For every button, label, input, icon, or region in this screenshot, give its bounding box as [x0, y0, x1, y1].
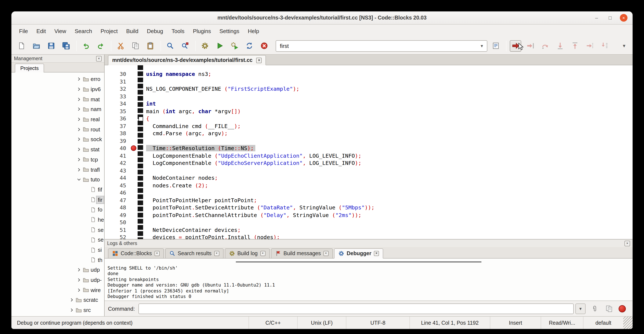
log-tab-search-results[interactable]: Search results × — [165, 248, 223, 258]
line-number[interactable]: 42 — [104, 160, 129, 166]
close-icon[interactable]: × — [154, 251, 160, 256]
code-line[interactable]: 36 { — [104, 115, 632, 122]
menu-build[interactable]: Build — [122, 26, 143, 36]
replace-button[interactable] — [179, 40, 190, 52]
tree-item[interactable]: stat — [12, 145, 104, 155]
code-line[interactable]: 30 using namespace ns3; — [104, 70, 632, 78]
code-line[interactable]: 43 — [104, 167, 632, 174]
tree-item[interactable]: sock — [12, 134, 104, 144]
line-number[interactable]: 36 — [104, 116, 129, 122]
show-log-button[interactable] — [490, 40, 501, 52]
tree-chevron-icon[interactable] — [82, 216, 89, 223]
next-line-button[interactable] — [540, 40, 551, 52]
tree-chevron-icon[interactable] — [75, 276, 82, 283]
open-file-button[interactable] — [30, 40, 42, 52]
tree-item[interactable]: th — [12, 255, 104, 265]
close-icon[interactable]: × — [260, 251, 265, 256]
new-file-button[interactable] — [16, 40, 27, 52]
next-instruction-button[interactable] — [584, 40, 595, 52]
code-line[interactable]: 51 NetDeviceContainer devices; — [104, 226, 632, 233]
code-line[interactable]: 49 pointToPoint.SetChannelAttribute ("De… — [104, 211, 632, 219]
save-button[interactable] — [45, 40, 57, 52]
menu-project[interactable]: Project — [96, 26, 122, 36]
line-number[interactable]: 45 — [104, 182, 129, 189]
titlebar[interactable]: mnt/dev/tools/source/ns-3-dev/examples/t… — [12, 12, 632, 25]
tree-chevron-icon[interactable] — [75, 176, 82, 183]
menu-search[interactable]: Search — [70, 26, 96, 36]
cut-button[interactable] — [115, 40, 126, 52]
tree-item[interactable]: erro — [12, 74, 104, 84]
build-and-run-button[interactable] — [229, 40, 240, 52]
code-line[interactable]: 42 LogComponentEnable ("UdpEchoServerApp… — [104, 159, 632, 167]
line-number[interactable]: 52 — [104, 234, 129, 239]
line-number[interactable]: 38 — [104, 130, 129, 137]
tree-item[interactable]: udp — [12, 265, 104, 275]
step-into-button[interactable] — [554, 40, 566, 52]
code-line[interactable]: 35 main (int argc, char *argv[]) — [104, 107, 632, 115]
line-number[interactable]: 33 — [104, 93, 129, 100]
line-number[interactable]: 32 — [104, 86, 129, 92]
menu-debug[interactable]: Debug — [143, 26, 168, 36]
tree-item[interactable]: trafl — [12, 164, 104, 174]
code-line[interactable]: 46 — [104, 189, 632, 196]
tree-chevron-icon[interactable] — [82, 256, 89, 263]
line-number[interactable]: 37 — [104, 123, 129, 129]
copy-button[interactable] — [130, 40, 141, 52]
tree-chevron-icon[interactable] — [75, 136, 82, 143]
build-button[interactable] — [199, 40, 210, 52]
code-editor[interactable]: 30 using namespace ns3; 31 32 NS_LOG_COM… — [104, 65, 632, 239]
tree-chevron-icon[interactable] — [68, 307, 75, 313]
log-tab-build-log[interactable]: Build log × — [224, 248, 270, 258]
paste-button[interactable] — [144, 40, 156, 52]
line-number[interactable]: 35 — [104, 108, 129, 114]
line-number[interactable]: 48 — [104, 204, 129, 211]
build-target-combobox[interactable]: first ▾ — [276, 40, 487, 52]
close-icon[interactable]: × — [324, 251, 328, 256]
code-line[interactable]: 47 PointToPointHelper pointToPoint; — [104, 196, 632, 204]
breakpoint-gutter[interactable] — [129, 146, 138, 151]
line-number[interactable]: 51 — [104, 227, 129, 233]
menu-plugins[interactable]: Plugins — [189, 26, 215, 36]
tree-chevron-icon[interactable] — [82, 226, 89, 233]
tree-item[interactable]: nam — [12, 104, 104, 114]
line-number[interactable]: 46 — [104, 190, 129, 196]
tree-chevron-icon[interactable] — [82, 206, 89, 213]
project-tree[interactable]: erro ipv6 mat nam real rout sock stat — [12, 73, 104, 316]
line-number[interactable]: 31 — [104, 78, 129, 85]
tree-chevron-icon[interactable] — [75, 76, 82, 83]
tree-item[interactable]: ipv6 — [12, 84, 104, 94]
log-tab-code-blocks[interactable]: Code::Blocks × — [108, 248, 164, 258]
line-number[interactable]: 40 — [104, 145, 129, 152]
line-number[interactable]: 34 — [104, 101, 129, 107]
step-out-button[interactable] — [569, 40, 580, 52]
abort-button[interactable] — [258, 40, 270, 52]
stop-icon[interactable] — [618, 305, 626, 312]
close-icon[interactable]: × — [214, 251, 219, 256]
tree-chevron-icon[interactable] — [82, 196, 89, 203]
menu-file[interactable]: File — [15, 26, 32, 36]
code-line[interactable]: 32 NS_LOG_COMPONENT_DEFINE ("FirstScript… — [104, 85, 632, 93]
close-icon[interactable]: × — [96, 56, 102, 61]
line-number[interactable]: 39 — [104, 138, 129, 144]
line-number[interactable]: 50 — [104, 219, 129, 226]
copy-icon[interactable] — [603, 303, 614, 314]
resize-grip[interactable] — [623, 317, 632, 329]
close-icon[interactable]: × — [374, 251, 379, 256]
line-number[interactable]: 49 — [104, 212, 129, 218]
find-button[interactable] — [164, 40, 176, 52]
command-input[interactable] — [138, 303, 574, 314]
tree-chevron-icon[interactable] — [75, 267, 82, 273]
code-line[interactable]: 37 CommandLine cmd (__FILE__); — [104, 122, 632, 130]
toolbar-overflow-button[interactable]: ▾ — [620, 43, 628, 49]
line-number[interactable]: 44 — [104, 175, 129, 181]
tree-item[interactable]: rout — [12, 124, 104, 134]
run-button[interactable] — [214, 40, 225, 52]
tree-chevron-icon[interactable] — [82, 246, 89, 253]
close-button[interactable]: × — [620, 14, 628, 22]
log-tab-debugger[interactable]: Debugger × — [334, 248, 384, 258]
tree-chevron-icon[interactable] — [75, 86, 82, 93]
code-line[interactable]: 50 — [104, 219, 632, 226]
tree-chevron-icon[interactable] — [75, 96, 82, 103]
tree-item[interactable]: wire — [12, 285, 104, 295]
tree-chevron-icon[interactable] — [75, 156, 82, 163]
